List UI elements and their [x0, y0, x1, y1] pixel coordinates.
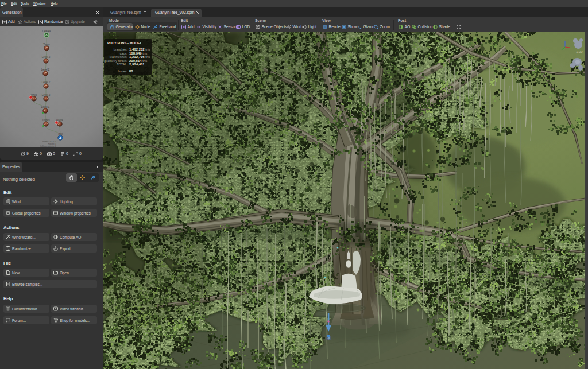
svg-text:Twigs: Twigs	[43, 43, 50, 46]
svg-text:Trunks: Trunks	[42, 119, 50, 122]
svg-text:Level 2: Level 2	[42, 56, 51, 59]
svg-text:Level 2: Level 2	[42, 81, 51, 84]
svg-text:Tree: Tree	[57, 133, 63, 135]
svg-text:Level 2: Level 2	[42, 94, 51, 96]
svg-text:Level 2: Level 2	[41, 68, 50, 71]
svg-text:Level 1: Level 1	[41, 106, 50, 108]
svg-text:Roots: Roots	[56, 119, 64, 122]
svg-text:Leaves: Leaves	[42, 30, 51, 33]
svg-text:Vines: Vines	[30, 94, 37, 96]
